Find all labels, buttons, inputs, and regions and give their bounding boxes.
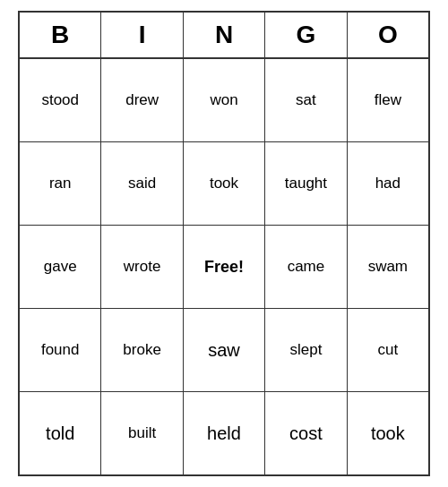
list-item[interactable]: cost xyxy=(265,392,347,474)
header-b: B xyxy=(20,13,101,57)
bingo-card: B I N G O stooddrewwonsatflewransaidtook… xyxy=(18,11,430,476)
list-item[interactable]: built xyxy=(101,392,183,474)
table-row: foundbrokesawsleptcut xyxy=(20,309,428,392)
list-item[interactable]: flew xyxy=(348,59,428,141)
list-item[interactable]: saw xyxy=(184,309,265,391)
list-item[interactable]: sat xyxy=(265,59,347,141)
header-o: O xyxy=(348,13,428,57)
list-item[interactable]: wrote xyxy=(101,226,183,308)
header-i: I xyxy=(101,13,183,57)
bingo-header: B I N G O xyxy=(20,13,428,59)
list-item[interactable]: took xyxy=(348,392,428,474)
header-g: G xyxy=(265,13,347,57)
table-row: ransaidtooktaughthad xyxy=(20,142,428,226)
list-item[interactable]: drew xyxy=(101,59,183,141)
table-row: toldbuiltheldcosttook xyxy=(20,392,428,474)
list-item[interactable]: taught xyxy=(265,142,347,225)
list-item[interactable]: won xyxy=(184,59,265,141)
list-item[interactable]: slept xyxy=(265,309,347,391)
list-item[interactable]: gave xyxy=(20,226,101,308)
table-row: stooddrewwonsatflew xyxy=(20,59,428,142)
list-item[interactable]: told xyxy=(20,392,101,474)
header-n: N xyxy=(184,13,265,57)
list-item[interactable]: had xyxy=(348,142,428,225)
list-item[interactable]: broke xyxy=(101,309,183,391)
list-item[interactable]: stood xyxy=(20,59,101,141)
list-item[interactable]: swam xyxy=(348,226,428,308)
list-item[interactable]: Free! xyxy=(184,226,265,308)
list-item[interactable]: held xyxy=(184,392,265,474)
list-item[interactable]: cut xyxy=(348,309,428,391)
table-row: gavewroteFree!cameswam xyxy=(20,226,428,309)
list-item[interactable]: took xyxy=(184,142,265,225)
list-item[interactable]: said xyxy=(101,142,183,225)
list-item[interactable]: came xyxy=(265,226,347,308)
list-item[interactable]: ran xyxy=(20,142,101,225)
list-item[interactable]: found xyxy=(20,309,101,391)
bingo-body: stooddrewwonsatflewransaidtooktaughthadg… xyxy=(20,59,428,474)
